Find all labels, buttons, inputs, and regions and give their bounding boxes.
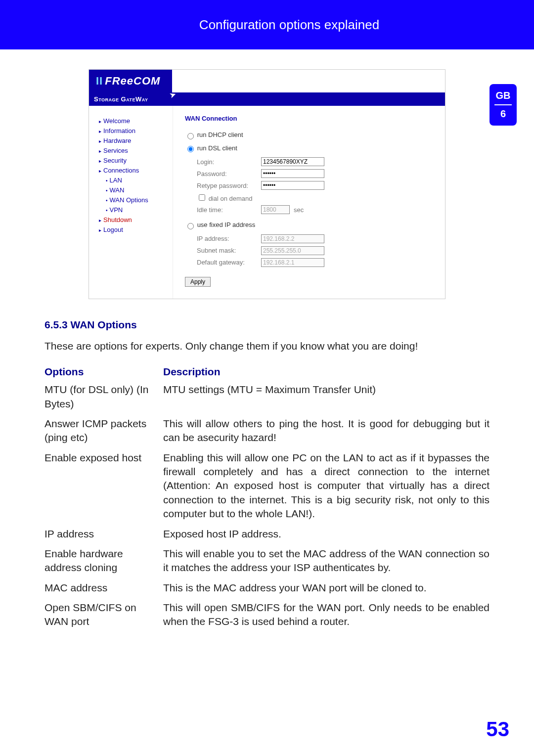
bullet-icon: • [106, 178, 108, 183]
bullet-icon: ▸ [99, 227, 101, 233]
bullet-icon: • [106, 198, 108, 203]
option-name: IP address [44, 527, 163, 541]
sidebar-item[interactable]: ▸Information [99, 127, 173, 134]
bullet-icon: ▸ [99, 119, 101, 124]
dsl-radio-label: run DSL client [197, 144, 237, 152]
ip-address-label: IP address: [197, 235, 261, 242]
subnet-mask-label: Subnet mask: [197, 247, 261, 254]
sidebar-item[interactable]: ▸Hardware [99, 137, 173, 144]
th-description: Description [163, 365, 490, 379]
fixed-ip-radio[interactable] [187, 223, 194, 229]
logo-bars-icon: II [96, 75, 103, 87]
bullet-icon: ▸ [99, 138, 101, 144]
ip-address-input[interactable] [261, 234, 324, 243]
page-header: Configuration options explained [0, 0, 534, 49]
side-tab-chapter: 6 [490, 108, 517, 120]
table-row: MTU (for DSL only) (In Bytes)MTU setting… [44, 383, 490, 411]
option-name: Enable exposed host [44, 451, 163, 521]
dial-on-demand-checkbox[interactable] [199, 194, 205, 201]
sidebar-item-label: Connections [103, 167, 139, 174]
sidebar-item-label: Welcome [103, 117, 130, 125]
bullet-icon: ▸ [99, 218, 101, 223]
dhcp-radio[interactable] [187, 133, 194, 139]
idle-time-input[interactable] [261, 205, 290, 214]
subhead-bar: ➤ [183, 92, 445, 106]
option-name: Enable hardware address cloning [44, 547, 163, 575]
table-row: Open SBM/CIFS on WAN portThis will open … [44, 601, 490, 629]
config-panel: WAN Connection run DHCP client run DSL c… [173, 106, 445, 299]
option-description: This will enable you to set the MAC addr… [163, 547, 490, 575]
sidebar-item[interactable]: •VPN [106, 206, 173, 214]
option-name: Answer ICMP packets (ping etc) [44, 417, 163, 445]
table-row: Enable exposed hostEnabling this will al… [44, 451, 490, 521]
dial-on-demand-label: dial on demand [209, 195, 253, 202]
option-description: Enabling this will allow one PC on the L… [163, 451, 490, 521]
option-description: MTU settings (MTU = Maximum Transfer Uni… [163, 383, 490, 411]
sidebar-item[interactable]: ▸Logout [99, 226, 173, 233]
dsl-radio-row[interactable]: run DSL client [185, 144, 435, 153]
sidebar-item-label: LAN [110, 177, 122, 184]
sidebar-item[interactable]: •WAN Options [106, 196, 173, 204]
option-description: This will allow others to ping the host.… [163, 417, 490, 445]
page-number: 53 [486, 717, 509, 741]
side-tab-country: GB [490, 90, 517, 101]
sidebar-item[interactable]: ▸Security [99, 157, 173, 164]
bullet-icon: ▸ [99, 158, 101, 164]
bullet-icon: • [106, 188, 108, 193]
sidebar-item-label: WAN [110, 186, 125, 194]
sidebar-item[interactable]: •LAN [106, 177, 173, 184]
sidebar-item-label: WAN Options [110, 196, 148, 204]
brand-logo: IIFReeCOM [89, 70, 172, 92]
option-name: MAC address [44, 581, 163, 595]
option-description: This is the MAC address your WAN port wi… [163, 581, 490, 595]
default-gateway-label: Default gateway: [197, 259, 261, 266]
embedded-screenshot: IIFReeCOM Storage GateWay ➤ ▸Welcome▸Inf… [89, 69, 445, 299]
default-gateway-input[interactable] [261, 258, 324, 267]
sidebar-item-label: Hardware [103, 137, 131, 144]
bullet-icon: ▸ [99, 168, 101, 174]
sidebar-item-label: Security [103, 157, 127, 164]
sidebar-item[interactable]: ▸Shutdown [99, 216, 173, 223]
fixed-ip-radio-row[interactable]: use fixed IP address [185, 221, 435, 229]
table-row: Answer ICMP packets (ping etc)This will … [44, 417, 490, 445]
idle-time-unit: sec [294, 206, 304, 214]
login-input[interactable] [261, 157, 324, 166]
option-name: MTU (for DSL only) (In Bytes) [44, 383, 163, 411]
side-tab-divider [494, 104, 512, 105]
side-tab: GB 6 [490, 84, 517, 126]
sidebar-item-label: Shutdown [103, 216, 132, 223]
panel-heading: WAN Connection [185, 115, 435, 122]
fixed-ip-radio-label: use fixed IP address [197, 221, 256, 228]
apply-button[interactable]: Apply [185, 277, 211, 287]
password-label: Password: [197, 170, 261, 178]
sidebar-item-label: VPN [110, 206, 123, 214]
dhcp-radio-label: run DHCP client [197, 131, 243, 138]
bullet-icon: ▸ [99, 129, 101, 134]
sidebar-item[interactable]: •WAN [106, 186, 173, 194]
dsl-radio[interactable] [187, 146, 194, 152]
sidebar-item[interactable]: ▸Welcome [99, 117, 173, 125]
bullet-icon: ▸ [99, 148, 101, 154]
retype-password-input[interactable] [261, 181, 324, 190]
options-table: Options Description MTU (for DSL only) (… [44, 365, 490, 629]
header-title: Configuration options explained [44, 0, 534, 49]
sidebar-item[interactable]: ▸Services [99, 147, 173, 154]
th-options: Options [44, 365, 163, 379]
dhcp-radio-row[interactable]: run DHCP client [185, 131, 435, 139]
sidebar-item-label: Information [103, 127, 135, 134]
retype-password-label: Retype password: [197, 182, 261, 189]
table-row: IP addressExposed host IP address. [44, 527, 490, 541]
option-description: Exposed host IP address. [163, 527, 490, 541]
option-name: Open SBM/CIFS on WAN port [44, 601, 163, 629]
header-accent [0, 0, 44, 49]
sidebar-item[interactable]: ▸Connections [99, 167, 173, 174]
idle-time-label: Idle time: [197, 206, 261, 214]
nav-sidebar: ▸Welcome▸Information▸Hardware▸Services▸S… [89, 106, 173, 299]
login-label: Login: [197, 158, 261, 166]
subnet-mask-input[interactable] [261, 246, 324, 255]
section-intro: These are options for experts. Only chan… [44, 339, 490, 353]
password-input[interactable] [261, 169, 324, 178]
logo-text: FReeCOM [105, 75, 160, 87]
option-description: This will open SMB/CIFS for the WAN port… [163, 601, 490, 629]
sidebar-item-label: Logout [103, 226, 123, 233]
